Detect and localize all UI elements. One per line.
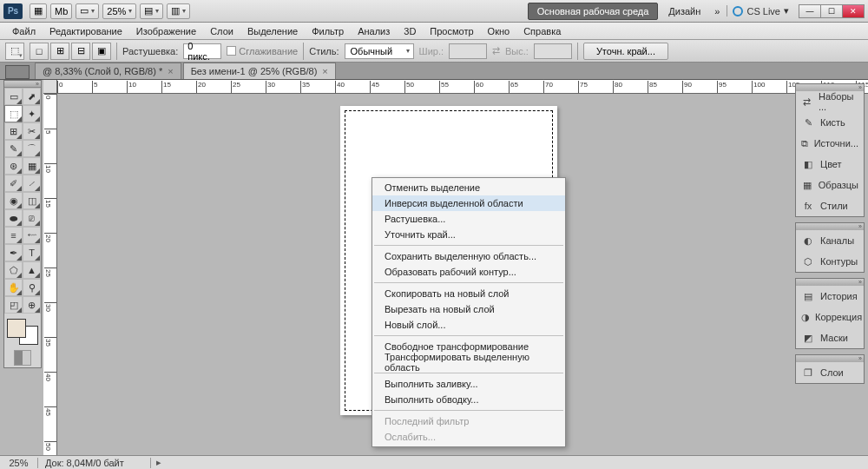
tool-button[interactable]: ⚲ (23, 279, 41, 296)
toolbox-collapse[interactable]: » (4, 81, 41, 88)
panel-tab[interactable]: ⧉Источни... (796, 133, 864, 154)
panel-tab[interactable]: ◧Цвет (796, 154, 864, 175)
cs-live-button[interactable]: CS Live▾ (727, 5, 794, 17)
tool-preset-picker[interactable]: ⬚ (5, 43, 24, 60)
menu-файл[interactable]: Файл (5, 24, 43, 38)
selection-subtract[interactable]: ⊟ (71, 43, 90, 60)
document-tab[interactable]: Без имени-1 @ 25% (RGB/8)× (183, 63, 336, 79)
menu-3d[interactable]: 3D (397, 24, 423, 38)
menu-справка[interactable]: Справка (516, 24, 568, 38)
context-menu-item[interactable]: Растушевка... (372, 211, 565, 227)
panel-tab[interactable]: fxСтили (796, 195, 864, 216)
panel-collapse[interactable]: » (796, 355, 864, 362)
context-menu-item[interactable]: Скопировать на новый слой (372, 286, 565, 301)
selection-intersect[interactable]: ▣ (92, 43, 111, 60)
tool-button[interactable]: ⬠ (4, 261, 23, 279)
tool-button[interactable]: ⬬ (4, 209, 23, 227)
tool-button[interactable]: ⊕ (23, 296, 41, 314)
tool-button[interactable]: ✂ (23, 122, 41, 140)
panel-tab[interactable]: ▦Образцы (796, 175, 864, 195)
extras-button[interactable]: ▥▾ (167, 3, 190, 19)
menu-изображение[interactable]: Изображение (129, 24, 203, 38)
tool-button[interactable]: ◫ (23, 192, 41, 209)
document-tab[interactable]: @ 8,33% (Слой 0, RGB/8) *× (35, 63, 181, 79)
panel-tab[interactable]: ⇄Наборы ... (796, 91, 864, 112)
tool-button[interactable]: ✦ (23, 105, 41, 122)
zoom-level-button[interactable]: 25%▾ (102, 3, 136, 19)
selection-new[interactable]: □ (30, 43, 49, 60)
menu-слои[interactable]: Слои (203, 24, 240, 38)
tool-button[interactable]: ⬚ (4, 105, 23, 122)
menu-окно[interactable]: Окно (481, 24, 517, 38)
status-info-menu[interactable]: ▸ (151, 457, 167, 468)
tool-button[interactable]: ⎚ (23, 209, 41, 227)
context-menu-item[interactable]: Трансформировать выделенную область (372, 354, 565, 370)
tool-button[interactable]: ⊞ (4, 122, 23, 140)
menu-анализ[interactable]: Анализ (351, 24, 397, 38)
panel-collapse[interactable]: » (796, 84, 864, 91)
workspace-design-label[interactable]: Дизайн (661, 6, 707, 17)
color-swatches[interactable] (5, 317, 40, 347)
context-menu-item[interactable]: Выполнить заливку... (372, 376, 565, 392)
close-tab-icon[interactable]: × (168, 66, 173, 76)
context-menu-item[interactable]: Уточнить край... (372, 227, 565, 242)
tool-button[interactable]: ▦ (23, 157, 41, 175)
tool-button[interactable]: ≡ (4, 227, 23, 244)
tool-button[interactable]: ✎ (4, 140, 23, 157)
horizontal-ruler[interactable]: 0510152025303540455055606570758085909510… (57, 80, 868, 94)
foreground-swatch[interactable] (7, 319, 26, 338)
tool-button[interactable]: ✋ (4, 279, 23, 296)
arrange-button[interactable]: ▭▾ (76, 3, 99, 19)
status-doc-info[interactable]: Док: 8,04M/0 байт (38, 458, 151, 468)
tool-button[interactable]: ⬳ (23, 227, 41, 244)
context-menu-item[interactable]: Отменить выделение (372, 180, 565, 195)
panel-tab[interactable]: ✎Кисть (796, 112, 864, 133)
feather-input[interactable]: 0 пикс. (183, 43, 221, 59)
tool-button[interactable]: ◰ (4, 296, 23, 314)
bridge-button[interactable]: ▦ (30, 3, 47, 19)
tool-button[interactable]: ◉ (4, 192, 23, 209)
style-dropdown[interactable]: Обычный (345, 43, 414, 59)
panel-collapse[interactable]: » (796, 279, 864, 286)
maximize-button[interactable]: ☐ (820, 4, 843, 18)
tool-button[interactable]: ⊛ (4, 157, 23, 175)
close-button[interactable]: ✕ (842, 4, 865, 18)
vertical-ruler[interactable]: 0510152025303540455055 (43, 94, 57, 455)
panel-tab[interactable]: ◐Каналы (796, 230, 864, 251)
minimize-button[interactable]: — (799, 4, 821, 18)
context-menu-item[interactable]: Инверсия выделенной области (372, 195, 565, 211)
panel-collapse[interactable]: » (796, 223, 864, 230)
menu-фильтр[interactable]: Фильтр (305, 24, 351, 38)
tool-button[interactable]: ⟋ (23, 175, 41, 192)
menu-редактирование[interactable]: Редактирование (43, 24, 129, 38)
tool-button[interactable]: ✐ (4, 175, 23, 192)
panel-tab[interactable]: ▤История (796, 286, 864, 307)
menu-просмотр[interactable]: Просмотр (423, 24, 480, 38)
panel-tab[interactable]: ◩Маски (796, 327, 864, 348)
refine-edge-button[interactable]: Уточн. край... (583, 43, 668, 60)
panel-tab[interactable]: ⬡Контуры (796, 251, 864, 272)
panel-tab[interactable]: ◑Коррекция (796, 307, 864, 327)
tab-overflow-button[interactable] (5, 65, 30, 79)
tool-button[interactable]: T (23, 244, 41, 261)
context-menu-item[interactable]: Образовать рабочий контур... (372, 264, 565, 280)
workspace-more[interactable]: » (707, 6, 727, 17)
context-menu-item[interactable]: Новый слой... (372, 317, 565, 333)
status-zoom[interactable]: 25% (0, 458, 38, 468)
tool-button[interactable]: ▲ (23, 261, 41, 279)
tool-button[interactable]: ⬈ (23, 88, 41, 105)
screen-mode-button[interactable]: ▤▾ (140, 3, 163, 19)
tool-button[interactable]: ⌒ (23, 140, 41, 157)
quickmask-toggle[interactable] (14, 350, 31, 366)
menu-выделение[interactable]: Выделение (240, 24, 305, 38)
tool-button[interactable]: ▭ (4, 88, 23, 105)
ruler-origin[interactable] (43, 80, 57, 94)
panel-tab[interactable]: ❐Слои (796, 362, 864, 383)
context-menu-item[interactable]: Выполнить обводку... (372, 392, 565, 407)
mb-button[interactable]: Mb (50, 3, 72, 19)
workspace-main-button[interactable]: Основная рабочая среда (528, 3, 659, 20)
context-menu-item[interactable]: Вырезать на новый слой (372, 301, 565, 317)
close-tab-icon[interactable]: × (322, 66, 327, 76)
tool-button[interactable]: ✒ (4, 244, 23, 261)
context-menu-item[interactable]: Сохранить выделенную область... (372, 248, 565, 264)
